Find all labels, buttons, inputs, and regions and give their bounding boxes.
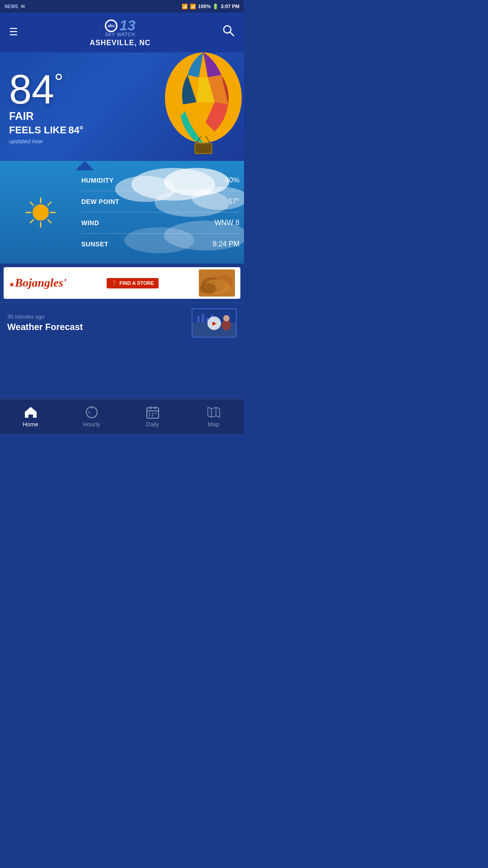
news-text: 30 minutes ago Weather Forecast xyxy=(7,314,192,332)
play-button[interactable]: ▶ xyxy=(207,316,221,330)
status-bar: NEWS ✉ 📶 📶 100% 🔋 3:07 PM xyxy=(0,0,244,13)
dewpoint-row: DEW POINT 57° xyxy=(81,191,239,212)
wind-label: WIND xyxy=(81,219,99,226)
weather-info: 84° FAIR FEELS LIKE 84° updated now xyxy=(0,56,93,158)
feels-like-label: FEELS LIKE xyxy=(9,124,66,136)
search-icon xyxy=(222,24,235,37)
nav-item-map[interactable]: Map xyxy=(183,402,244,431)
sun-area xyxy=(0,161,81,264)
wind-row: WIND WNW 8 xyxy=(81,212,239,234)
daily-label: Daily xyxy=(146,421,159,428)
details-inner: HUMIDITY 40% DEW POINT 57° WIND WNW 8 SU… xyxy=(0,161,244,264)
home-icon xyxy=(24,406,38,419)
hero-weather-section: 84° FAIR FEELS LIKE 84° updated now xyxy=(0,52,244,161)
star-icon: ★ xyxy=(9,281,14,288)
hourly-icon xyxy=(85,406,99,419)
status-left: NEWS ✉ xyxy=(5,4,25,9)
city-name: ASHEVILLE, NC xyxy=(90,39,151,47)
svg-rect-50 xyxy=(152,415,154,416)
app-header: ☰ abc 13 SKY WATCH ASHEVILLE, NC xyxy=(0,13,244,52)
feels-like-row: FEELS LIKE 84° xyxy=(9,124,84,136)
status-right: 📶 📶 100% 🔋 3:07 PM xyxy=(182,4,239,9)
svg-marker-51 xyxy=(208,407,220,417)
updated-time: updated now xyxy=(9,138,84,145)
food-image xyxy=(199,269,235,297)
svg-rect-46 xyxy=(149,413,150,414)
gmail-icon: ✉ xyxy=(21,4,25,9)
svg-point-16 xyxy=(33,204,49,221)
nav-item-hourly[interactable]: Hourly xyxy=(61,402,122,431)
svg-point-37 xyxy=(223,315,230,321)
map-icon xyxy=(207,406,221,419)
svg-line-1 xyxy=(230,32,234,36)
menu-button[interactable]: ☰ xyxy=(9,26,18,38)
svg-rect-33 xyxy=(202,314,204,322)
app-logo: abc 13 xyxy=(105,17,136,34)
home-label: Home xyxy=(23,421,38,428)
daily-icon xyxy=(146,406,160,419)
clock: 3:07 PM xyxy=(221,4,239,9)
svg-point-29 xyxy=(200,283,216,294)
dewpoint-label: DEW POINT xyxy=(81,198,119,205)
sunset-value: 8:24 PM xyxy=(212,240,239,248)
sunset-label: SUNSET xyxy=(81,241,108,248)
feels-like-temp: 84° xyxy=(68,124,83,136)
news-timestamp: 30 minutes ago xyxy=(7,314,192,320)
svg-rect-47 xyxy=(152,413,154,414)
battery-icon: 🔋 xyxy=(212,4,219,9)
humidity-row: HUMIDITY 40% xyxy=(81,170,239,191)
svg-line-22 xyxy=(48,220,51,223)
bottom-navigation: Home Hourly Daily Map xyxy=(0,399,244,434)
find-store-button[interactable]: 📍 FIND A STORE xyxy=(107,278,159,288)
news-title: Weather Forecast xyxy=(7,322,192,332)
dewpoint-value: 57° xyxy=(229,198,239,206)
battery-percent: 100% xyxy=(198,4,211,9)
sun-icon xyxy=(23,194,59,231)
wifi-icon: 📶 xyxy=(182,4,188,9)
cta-text: FIND A STORE xyxy=(119,280,154,286)
search-button[interactable] xyxy=(222,24,235,40)
balloon-image xyxy=(131,52,244,161)
signal-icon: 📶 xyxy=(190,4,196,9)
svg-rect-32 xyxy=(197,316,200,322)
map-label: Map xyxy=(208,421,219,428)
logo-area: abc 13 SKY WATCH ASHEVILLE, NC xyxy=(90,17,151,47)
brand-name: Bojangles' xyxy=(15,276,66,290)
news-preview-section[interactable]: 30 minutes ago Weather Forecast ▶ xyxy=(0,302,244,343)
humidity-label: HUMIDITY xyxy=(81,177,114,184)
svg-marker-38 xyxy=(25,407,37,418)
bojangles-logo: ★ Bojangles' xyxy=(9,276,66,290)
weather-stats: HUMIDITY 40% DEW POINT 57° WIND WNW 8 SU… xyxy=(81,161,244,264)
channel-number: 13 xyxy=(119,17,136,34)
advertisement-banner[interactable]: ★ Bojangles' 📍 FIND A STORE xyxy=(4,267,240,299)
sunset-row: SUNSET 8:24 PM xyxy=(81,234,239,255)
temperature-display: 84° xyxy=(9,69,84,110)
svg-line-24 xyxy=(30,220,33,223)
nav-item-home[interactable]: Home xyxy=(0,402,61,431)
nav-item-daily[interactable]: Daily xyxy=(122,402,183,431)
svg-line-23 xyxy=(48,202,51,205)
svg-rect-4 xyxy=(196,144,211,153)
location-icon: 📍 xyxy=(111,280,117,286)
news-thumbnail[interactable]: ▶ xyxy=(192,308,237,338)
svg-marker-40 xyxy=(89,410,92,414)
wind-value: WNW 8 xyxy=(215,219,239,227)
degree-symbol: ° xyxy=(54,69,63,94)
abc-circle: abc xyxy=(105,19,117,32)
news-icon: NEWS xyxy=(5,4,18,9)
weather-details-section: HUMIDITY 40% DEW POINT 57° WIND WNW 8 SU… xyxy=(0,161,244,264)
svg-rect-49 xyxy=(149,415,150,416)
svg-line-21 xyxy=(30,202,33,205)
temperature-value: 84 xyxy=(9,67,54,112)
humidity-value: 40% xyxy=(225,176,239,184)
hourly-label: Hourly xyxy=(83,421,100,428)
svg-rect-48 xyxy=(155,413,157,414)
skywatch-label: SKY WATCH xyxy=(90,32,151,37)
